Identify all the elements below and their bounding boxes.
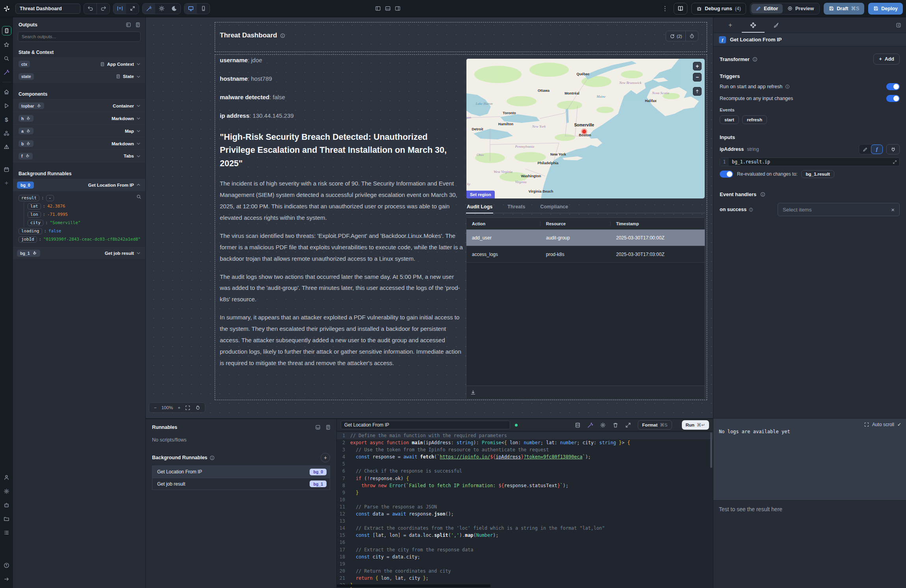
component-row-a[interactable]: a Map [13,124,145,137]
component-id-chip[interactable]: h [19,115,33,122]
docs-button[interactable] [674,3,687,15]
code-line[interactable]: 7 if (!response.ok) { [337,475,713,482]
schedule-refresh-button[interactable] [686,31,698,41]
column-header[interactable]: Action [466,221,540,226]
map-recenter-button[interactable] [693,87,702,96]
logs-icon[interactable] [2,528,11,537]
add-transformer-button[interactable]: + Add [873,54,900,65]
editor-vertical-scrollbar[interactable] [710,432,712,468]
code-line[interactable]: 19 [337,560,713,568]
table-row[interactable]: access_logsprod-k8s2025-03-30T17:03:00Z [466,246,705,263]
editor-horizontal-scrollbar[interactable] [337,584,490,587]
code-line[interactable]: 12 const data = await response.json(); [337,510,713,518]
code-line[interactable]: 20 // Return the coordinates and city [337,568,713,575]
markdown-article[interactable]: "High-Risk Security Breach Detected: Una… [220,131,463,376]
input-expression-editor[interactable]: 1 bg_1.result.ip [720,158,900,166]
eval-mode-icon[interactable]: f [871,145,883,154]
component-id-chip[interactable]: topbar [19,102,44,109]
code-line[interactable]: 16 [337,539,713,546]
component-id-chip[interactable]: b [19,140,33,147]
connect-input-icon[interactable] [886,144,900,154]
on-success-select[interactable]: Select items × [778,203,900,216]
component-row-topbar[interactable]: topbar Container [13,99,145,112]
toggle-left-panel-icon[interactable] [375,6,381,11]
help-icon[interactable] [2,560,11,570]
resources-icon[interactable] [2,128,11,138]
chevron-down-icon[interactable] [136,141,141,146]
chevron-down-icon[interactable] [136,154,141,158]
map-marker[interactable] [582,130,586,134]
code-line[interactable]: 4 const response = await fetch(`https://… [337,453,713,460]
variables-icon[interactable]: $ [2,115,11,124]
code-line[interactable]: 15 const [lat, lon] = data.loc.split(','… [337,532,713,539]
undo-button[interactable] [84,4,97,14]
zoom-in-button[interactable]: + [178,405,180,410]
code-line[interactable]: 3 // Use the token from the Ipinfo resou… [337,446,713,453]
map-zoom-in-button[interactable]: + [693,62,702,70]
chevron-down-icon[interactable] [136,116,141,121]
component-id-chip[interactable]: a [19,128,33,134]
map-canvas[interactable]: QuébecOttawaMontréalMaineNew BrunswickNo… [466,59,705,199]
add-nav-icon[interactable]: + [2,178,11,188]
chevron-down-icon[interactable] [136,251,141,255]
settings-tab[interactable] [742,17,765,33]
code-line[interactable]: 6 // Check if the response is successful [337,467,713,475]
code-line[interactable]: 1// Define the main function with the re… [337,432,713,439]
home-icon[interactable] [2,87,11,96]
code-line[interactable]: 10 [337,496,713,503]
reeval-toggle[interactable] [720,171,733,178]
map-zoom-out-button[interactable]: − [693,73,702,82]
collapse-rail-icon[interactable] [2,574,11,584]
code-line[interactable]: 13 [337,518,713,525]
more-menu-icon[interactable]: ⋮ [660,5,670,12]
event-chip-refresh[interactable]: refresh [742,115,767,124]
apps-nav-icon[interactable] [2,26,11,35]
component-id-chip[interactable]: f [19,153,33,160]
zoom-out-button[interactable]: − [154,405,157,410]
topbar-container-outline[interactable] [215,22,707,52]
table-row[interactable]: add_useraudit-group2025-03-30T17:00:00Z [466,230,705,246]
magic-wand-icon[interactable] [143,4,155,14]
search-icon[interactable] [2,54,11,63]
output-id-chip[interactable]: ctx [19,61,30,67]
autoscroll-checkbox[interactable]: ✓ [897,422,901,427]
output-id-chip[interactable]: state [19,73,34,80]
script-settings-icon[interactable] [600,422,606,428]
expression-text[interactable]: bg_1.result.ip [729,159,770,165]
json-key[interactable]: lat [28,203,41,210]
search-icon[interactable] [136,194,141,199]
app-title-input[interactable]: Threat Dashboard [15,4,80,14]
script-name-input[interactable]: Get Location From IP [341,421,510,429]
code-line[interactable]: 2export async function main(ipAddress: s… [337,439,713,446]
redo-button[interactable] [97,4,110,14]
component-row-f[interactable]: f Tabs [13,150,145,162]
fit-view-button[interactable] [185,405,190,410]
code-line[interactable]: 8 throw new Error(`Failed to fetch IP in… [337,482,713,489]
recompute-all-button[interactable]: (2) [666,31,685,41]
bg0-badge[interactable]: bg_0 [17,182,34,189]
preview-tab[interactable]: Preview [783,4,819,13]
bg1-output-row[interactable]: bg_1 Get job result [13,247,145,259]
assets-icon[interactable] [2,142,11,152]
light-mode-icon[interactable] [155,4,168,14]
json-key[interactable]: city [28,220,43,226]
event-chip-start[interactable]: start [720,115,739,124]
styling-tab[interactable] [765,17,787,33]
user-icon[interactable] [2,473,11,482]
ai-assist-icon[interactable] [587,422,593,428]
schedules-icon[interactable] [2,165,11,174]
favorites-icon[interactable] [2,40,11,49]
insert-tab[interactable]: + [719,17,742,33]
recompute-toggle[interactable] [886,95,900,102]
code-line[interactable]: 21 return { lon, lat, city }; [337,575,713,582]
add-background-runnable-button[interactable]: + [321,453,330,462]
ai-wand-icon[interactable] [2,67,11,77]
code-line[interactable]: 11 // Parse the response as JSON [337,503,713,510]
pan-hand-button[interactable] [195,405,200,410]
windmill-logo-icon[interactable] [0,5,13,12]
code-line[interactable]: 9 } [337,489,713,496]
collapse-right-panel-icon[interactable] [896,22,901,28]
debug-runs-button[interactable]: Debug runs(4) [691,3,746,15]
component-row-h[interactable]: h Markdown [13,112,145,124]
chevron-down-icon[interactable] [136,129,141,133]
